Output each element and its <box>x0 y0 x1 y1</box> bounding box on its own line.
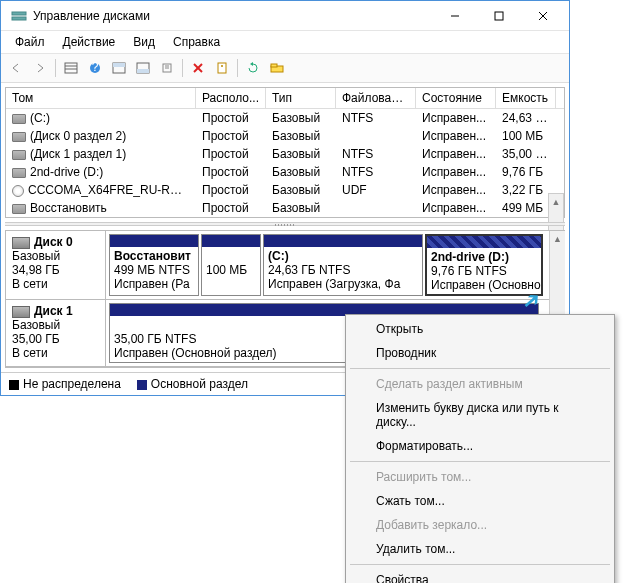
volume-icon <box>12 132 26 142</box>
ctx-make-active: Сделать раздел активным <box>348 372 612 396</box>
svg-rect-6 <box>65 63 77 73</box>
app-icon <box>11 8 27 24</box>
help-button[interactable]: ? <box>84 57 106 79</box>
table-row[interactable]: (C:)ПростойБазовыйNTFSИсправен...24,63 Г… <box>6 109 564 127</box>
partition[interactable]: 100 МБ <box>201 234 261 296</box>
menu-view[interactable]: Вид <box>125 33 163 51</box>
volume-icon <box>12 114 26 124</box>
forward-button[interactable] <box>29 57 51 79</box>
svg-point-21 <box>221 65 223 67</box>
close-button[interactable] <box>521 2 565 30</box>
rescan-button[interactable] <box>266 57 288 79</box>
refresh-button[interactable] <box>242 57 264 79</box>
col-fs[interactable]: Файловая с... <box>336 88 416 108</box>
svg-rect-20 <box>218 63 226 73</box>
ctx-explorer[interactable]: Проводник <box>348 341 612 365</box>
volume-icon <box>12 204 26 214</box>
svg-rect-0 <box>12 12 26 15</box>
delete-button[interactable] <box>187 57 209 79</box>
splitter[interactable] <box>5 222 565 226</box>
maximize-button[interactable] <box>477 2 521 30</box>
window-title: Управление дисками <box>33 9 433 23</box>
svg-text:?: ? <box>92 62 99 74</box>
volume-list-header: Том Располо... Тип Файловая с... Состоян… <box>6 88 564 109</box>
titlebar[interactable]: Управление дисками <box>1 1 569 31</box>
table-row[interactable]: (Диск 0 раздел 2)ПростойБазовыйИсправен.… <box>6 127 564 145</box>
scroll-up-icon[interactable]: ▲ <box>550 231 565 247</box>
table-row[interactable]: 2nd-drive (D:)ПростойБазовыйNTFSИсправен… <box>6 163 564 181</box>
table-row[interactable]: CCCOMA_X64FRE_RU-RU_D...ПростойБазовыйUD… <box>6 181 564 199</box>
toolbar: ? <box>1 54 569 83</box>
minimize-button[interactable] <box>433 2 477 30</box>
table-row[interactable]: ВосстановитьПростойБазовыйИсправен...499… <box>6 199 564 217</box>
col-layout[interactable]: Располо... <box>196 88 266 108</box>
scroll-up-icon[interactable]: ▲ <box>549 194 563 210</box>
svg-rect-1 <box>12 17 26 20</box>
volume-icon <box>12 168 26 178</box>
col-state[interactable]: Состояние <box>416 88 496 108</box>
partition[interactable]: 2nd-drive (D:)9,76 ГБ NTFSИсправен (Осно… <box>425 234 543 296</box>
menu-help[interactable]: Справка <box>165 33 228 51</box>
table-row[interactable]: (Диск 1 раздел 1)ПростойБазовыйNTFSИспра… <box>6 145 564 163</box>
svg-rect-3 <box>495 12 503 20</box>
view-bottom-button[interactable] <box>132 57 154 79</box>
partition[interactable]: (C:)24,63 ГБ NTFSИсправен (Загрузка, Фа <box>263 234 423 296</box>
disk-icon <box>12 237 30 249</box>
volume-icon <box>12 150 26 160</box>
view-list-button[interactable] <box>60 57 82 79</box>
partition[interactable]: Восстановит499 МБ NTFSИсправен (Ра <box>109 234 199 296</box>
col-volume[interactable]: Том <box>6 88 196 108</box>
properties-button[interactable] <box>211 57 233 79</box>
disk-row: Диск 0Базовый34,98 ГБВ сетиВосстановит49… <box>6 231 564 300</box>
disk-header[interactable]: Диск 1Базовый35,00 ГБВ сети <box>6 300 106 366</box>
svg-rect-12 <box>113 63 125 67</box>
menubar: Файл Действие Вид Справка <box>1 31 569 54</box>
settings-button[interactable] <box>156 57 178 79</box>
svg-rect-23 <box>271 64 277 67</box>
disk-header[interactable]: Диск 0Базовый34,98 ГБВ сети <box>6 231 106 299</box>
svg-rect-14 <box>137 69 149 73</box>
volume-context-menu: Открыть Проводник Сделать раздел активны… <box>345 314 615 396</box>
cd-icon <box>12 185 24 197</box>
back-button[interactable] <box>5 57 27 79</box>
view-top-button[interactable] <box>108 57 130 79</box>
col-cap[interactable]: Емкость <box>496 88 556 108</box>
menu-file[interactable]: Файл <box>7 33 53 51</box>
disk-icon <box>12 306 30 318</box>
legend-unallocated: Не распределена <box>9 377 121 391</box>
col-type[interactable]: Тип <box>266 88 336 108</box>
volume-list[interactable]: Том Располо... Тип Файловая с... Состоян… <box>5 87 565 218</box>
legend-primary: Основной раздел <box>137 377 248 391</box>
menu-action[interactable]: Действие <box>55 33 124 51</box>
ctx-open[interactable]: Открыть <box>348 317 612 341</box>
